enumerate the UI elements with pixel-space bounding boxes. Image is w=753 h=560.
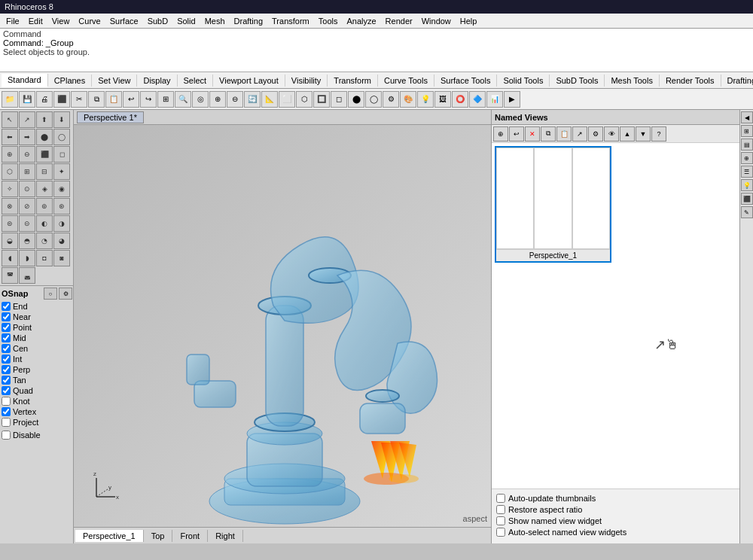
osnap-checkbox-int[interactable] bbox=[2, 355, 11, 364]
sidebar-btn-32[interactable]: ◖ bbox=[2, 250, 18, 266]
toolbar-btn-16[interactable]: ⬜ bbox=[279, 91, 295, 108]
toolbar-btn-22[interactable]: ⚙ bbox=[383, 91, 399, 108]
toolbar-tab-render-tools[interactable]: Render Tools bbox=[660, 75, 721, 87]
sidebar-btn-8[interactable]: ⊕ bbox=[2, 146, 18, 163]
sidebar-btn-36[interactable]: ◚ bbox=[2, 267, 18, 284]
menu-item-solid[interactable]: Solid bbox=[172, 15, 200, 27]
toolbar-tab-cplanes[interactable]: CPlanes bbox=[48, 75, 93, 87]
toolbar-btn-0[interactable]: 📁 bbox=[2, 91, 18, 108]
menu-item-surface[interactable]: Surface bbox=[105, 15, 143, 27]
bottom-tab-top[interactable]: Top bbox=[144, 530, 173, 542]
bottom-tab-front[interactable]: Front bbox=[172, 530, 208, 542]
toolbar-tab-transform[interactable]: Transform bbox=[328, 75, 378, 87]
toolbar-btn-27[interactable]: 🔷 bbox=[469, 91, 486, 108]
sidebar-btn-0[interactable]: ↖ bbox=[2, 111, 18, 128]
toolbar-btn-4[interactable]: ✂ bbox=[71, 91, 87, 108]
menu-item-edit[interactable]: Edit bbox=[24, 15, 47, 27]
menu-item-analyze[interactable]: Analyze bbox=[342, 15, 380, 27]
toolbar-btn-19[interactable]: ◻ bbox=[331, 91, 347, 108]
toolbar-tab-display[interactable]: Display bbox=[137, 75, 177, 87]
sidebar-btn-14[interactable]: ⊟ bbox=[36, 163, 53, 180]
toolbar-tab-set-view[interactable]: Set View bbox=[92, 75, 137, 87]
sidebar-btn-4[interactable]: ⬅ bbox=[2, 129, 18, 145]
toolbar-tab-drafting[interactable]: Drafting bbox=[721, 75, 753, 87]
sidebar-btn-37[interactable]: ◛ bbox=[19, 267, 35, 284]
sidebar-btn-24[interactable]: ⊜ bbox=[2, 215, 18, 232]
toolbar-btn-18[interactable]: 🔲 bbox=[313, 91, 330, 108]
toolbar-btn-20[interactable]: ⬤ bbox=[348, 91, 364, 108]
menu-item-subd[interactable]: SubD bbox=[143, 15, 173, 27]
viewport-title-tab[interactable]: Perspective 1* bbox=[77, 111, 144, 123]
edge-btn-7[interactable]: ⬛ bbox=[741, 193, 753, 205]
toolbar-tab-visibility[interactable]: Visibility bbox=[285, 75, 328, 87]
toolbar-btn-28[interactable]: 📊 bbox=[486, 91, 503, 108]
osnap-checkbox-mid[interactable] bbox=[2, 333, 11, 342]
sidebar-btn-5[interactable]: ➡ bbox=[19, 129, 35, 145]
show-widget-checkbox[interactable] bbox=[496, 516, 505, 525]
osnap-checkbox-near[interactable] bbox=[2, 312, 11, 321]
sidebar-btn-6[interactable]: ⬤ bbox=[36, 129, 53, 145]
toolbar-tab-standard[interactable]: Standard bbox=[2, 74, 48, 87]
nv-help-btn[interactable]: ? bbox=[651, 126, 666, 142]
sidebar-btn-28[interactable]: ◒ bbox=[2, 233, 18, 249]
edge-btn-3[interactable]: ▤ bbox=[741, 138, 753, 151]
sidebar-btn-3[interactable]: ⬇ bbox=[53, 111, 70, 128]
sidebar-btn-35[interactable]: ◙ bbox=[53, 250, 70, 266]
toolbar-tab-solid-tools[interactable]: Solid Tools bbox=[497, 75, 550, 87]
bottom-tab-right[interactable]: Right bbox=[208, 530, 243, 542]
osnap-checkbox-end[interactable] bbox=[2, 302, 11, 311]
sidebar-btn-26[interactable]: ◐ bbox=[36, 215, 53, 232]
sidebar-btn-27[interactable]: ◑ bbox=[53, 215, 70, 232]
toolbar-btn-26[interactable]: ⭕ bbox=[452, 91, 468, 108]
menu-item-window[interactable]: Window bbox=[417, 15, 456, 27]
sidebar-btn-15[interactable]: ✦ bbox=[53, 163, 70, 180]
menu-item-view[interactable]: View bbox=[47, 15, 75, 27]
menu-item-tools[interactable]: Tools bbox=[314, 15, 343, 27]
osnap-checkbox-tan[interactable] bbox=[2, 376, 11, 385]
menu-item-curve[interactable]: Curve bbox=[74, 15, 105, 27]
sidebar-btn-23[interactable]: ⊛ bbox=[53, 198, 70, 215]
toolbar-btn-8[interactable]: ↪ bbox=[140, 91, 157, 108]
sidebar-btn-2[interactable]: ⬆ bbox=[36, 111, 53, 128]
toolbar-btn-17[interactable]: ⬡ bbox=[296, 91, 312, 108]
toolbar-btn-7[interactable]: ↩ bbox=[123, 91, 139, 108]
toolbar-btn-2[interactable]: 🖨 bbox=[36, 91, 53, 108]
menu-item-transform[interactable]: Transform bbox=[267, 15, 314, 27]
toolbar-tab-mesh-tools[interactable]: Mesh Tools bbox=[605, 75, 659, 87]
toolbar-tab-subd-tools[interactable]: SubD Tools bbox=[550, 75, 605, 87]
sidebar-btn-16[interactable]: ✧ bbox=[2, 181, 18, 197]
nv-delete-btn[interactable]: ✕ bbox=[525, 126, 540, 142]
nv-copy-btn[interactable]: ⧉ bbox=[541, 126, 556, 142]
osnap-checkbox-vertex[interactable] bbox=[2, 407, 11, 416]
menu-item-render[interactable]: Render bbox=[381, 15, 417, 27]
toolbar-btn-3[interactable]: ⬛ bbox=[53, 91, 70, 108]
toolbar-btn-15[interactable]: 📐 bbox=[261, 91, 278, 108]
sidebar-btn-9[interactable]: ⊖ bbox=[19, 146, 35, 163]
osnap-checkbox-knot[interactable] bbox=[2, 397, 11, 406]
toolbar-btn-11[interactable]: ◎ bbox=[192, 91, 209, 108]
osnap-checkbox-point[interactable] bbox=[2, 323, 11, 332]
sidebar-btn-22[interactable]: ⊚ bbox=[36, 198, 53, 215]
toolbar-tab-curve-tools[interactable]: Curve Tools bbox=[378, 75, 434, 87]
sidebar-btn-11[interactable]: ◻ bbox=[53, 146, 70, 163]
nv-btn7[interactable]: ⚙ bbox=[588, 126, 603, 142]
osnap-checkbox-project[interactable] bbox=[2, 418, 11, 427]
toolbar-btn-13[interactable]: ⊖ bbox=[227, 91, 243, 108]
sidebar-btn-12[interactable]: ⬡ bbox=[2, 163, 18, 180]
toolbar-btn-14[interactable]: 🔄 bbox=[244, 91, 261, 108]
sidebar-btn-25[interactable]: ⊝ bbox=[19, 215, 35, 232]
toolbar-btn-25[interactable]: 🖼 bbox=[434, 91, 451, 108]
sidebar-btn-31[interactable]: ◕ bbox=[53, 233, 70, 249]
osnap-disable-checkbox[interactable] bbox=[2, 431, 11, 440]
edge-btn-8[interactable]: ✎ bbox=[741, 206, 753, 218]
osnap-checkbox-perp[interactable] bbox=[2, 365, 11, 374]
sidebar-btn-33[interactable]: ◗ bbox=[19, 250, 35, 266]
nv-export-btn[interactable]: ↗ bbox=[572, 126, 587, 142]
toolbar-btn-21[interactable]: ◯ bbox=[365, 91, 382, 108]
nv-new-btn[interactable]: ⊕ bbox=[493, 126, 508, 142]
toolbar-tab-viewport-layout[interactable]: Viewport Layout bbox=[213, 75, 285, 87]
restore-aspect-checkbox[interactable] bbox=[496, 505, 505, 514]
sidebar-btn-1[interactable]: ↗ bbox=[19, 111, 35, 128]
menu-item-help[interactable]: Help bbox=[456, 15, 482, 27]
toolbar-btn-23[interactable]: 🎨 bbox=[400, 91, 416, 108]
